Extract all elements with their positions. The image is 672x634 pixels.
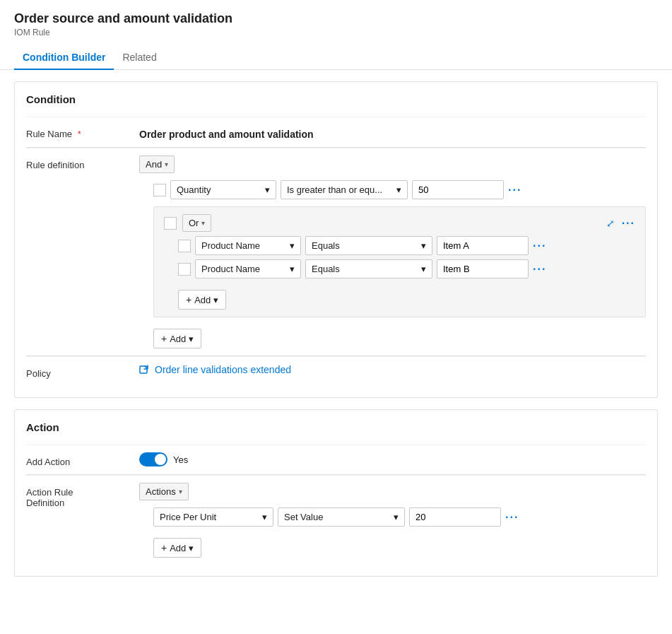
action-section-title: Action [26,421,646,433]
tab-condition-builder[interactable]: Condition Builder [14,46,114,70]
price-per-unit-value-input[interactable] [409,507,501,527]
action-section: Action Add Action Yes Action Rule Defini… [14,409,658,577]
price-per-unit-operator-chevron-icon: ▾ [394,512,399,522]
action-rule-def-row: Action Rule Definition Actions ▾ Price P… [26,475,646,565]
product-name-2-chevron-icon: ▾ [290,264,295,274]
and-chevron-icon: ▾ [165,160,168,168]
or-chevron-icon: ▾ [201,219,205,227]
price-per-unit-operator-dropdown[interactable]: Set Value ▾ [278,507,405,527]
product-name-row-2: Product Name ▾ Equals ▾ ··· [178,259,635,278]
rule-name-row: Rule Name * Order product and amount val… [26,117,646,147]
or-group-collapse-icon[interactable]: ⤢ [606,218,615,229]
actions-operator-dropdown[interactable]: Actions ▾ [139,483,189,500]
add-action-row: Add Action Yes [26,445,646,474]
quantity-operator-dropdown[interactable]: Is greater than or equ... ▾ [281,180,408,199]
price-per-unit-field-dropdown[interactable]: Price Per Unit ▾ [153,507,273,527]
quantity-operator-chevron-icon: ▾ [396,184,401,195]
policy-link-icon [139,364,151,375]
product-name-1-operator-dropdown[interactable]: Equals ▾ [305,236,432,255]
add-action-toggle-container: Yes [139,452,646,466]
policy-label: Policy [26,364,139,379]
product-name-1-field-dropdown[interactable]: Product Name ▾ [195,236,301,255]
product-name-2-more-options[interactable]: ··· [533,263,546,276]
product-name-2-field-dropdown[interactable]: Product Name ▾ [195,259,301,278]
or-operator-dropdown[interactable]: Or ▾ [182,214,211,232]
product-name-1-chevron-icon: ▾ [290,240,295,251]
tabs-bar: Condition Builder Related [0,46,672,70]
product-name-2-value-input[interactable] [437,259,529,278]
product-name-1-value-input[interactable] [437,236,529,255]
product-name-1-checkbox[interactable] [178,240,191,252]
policy-row: Policy Order line validations extended [26,356,646,386]
condition-add-chevron-icon: ▾ [189,334,194,344]
quantity-condition-row: Quantity ▾ Is greater than or equ... ▾ ·… [153,180,646,199]
and-operator-dropdown[interactable]: And ▾ [139,155,175,173]
required-indicator: * [78,129,81,139]
product-name-2-operator-chevron-icon: ▾ [421,264,426,274]
add-action-toggle-label: Yes [173,454,188,465]
quantity-checkbox[interactable] [153,184,166,196]
policy-value: Order line validations extended [139,364,646,377]
action-rule-def-value: Actions ▾ Price Per Unit ▾ Set Value ▾ ·… [139,483,646,558]
or-group-header: Or ▾ ⤢ ··· [164,214,635,232]
rule-definition-label: Rule definition [26,155,139,170]
price-per-unit-more-options[interactable]: ··· [505,511,519,524]
tab-related[interactable]: Related [114,46,165,70]
actions-chevron-icon: ▾ [179,488,182,495]
action-add-button[interactable]: + Add ▾ [153,538,201,558]
action-add-chevron-icon: ▾ [189,543,194,553]
or-group-header-left: Or ▾ [164,214,211,232]
quantity-more-options[interactable]: ··· [508,184,521,196]
policy-link[interactable]: Order line validations extended [139,364,291,375]
or-group-add-button[interactable]: + Add ▾ [178,290,226,310]
product-name-2-operator-dropdown[interactable]: Equals ▾ [305,259,432,278]
condition-section: Condition Rule Name * Order product and … [14,81,658,398]
add-action-value: Yes [139,452,646,466]
quantity-field-chevron-icon: ▾ [265,184,270,195]
rule-name-value: Order product and amount validation [139,124,646,140]
condition-section-title: Condition [26,93,646,105]
rule-definition-row: Rule definition And ▾ Quantity ▾ Is grea… [26,148,646,356]
condition-add-button[interactable]: + Add ▾ [153,329,201,348]
rule-definition-value: And ▾ Quantity ▾ Is greater than or equ.… [139,155,646,348]
product-name-row-1: Product Name ▾ Equals ▾ ··· [178,236,635,255]
condition-add-plus-icon: + [161,333,167,344]
action-add-plus-icon: + [161,542,167,553]
page-subtitle: IOM Rule [14,28,658,37]
or-group-more-options[interactable]: ··· [622,217,635,230]
action-rule-def-label: Action Rule Definition [26,483,139,508]
or-group-add-chevron-icon: ▾ [213,295,218,305]
price-per-unit-chevron-icon: ▾ [262,512,267,522]
price-per-unit-row: Price Per Unit ▾ Set Value ▾ ··· [153,507,646,527]
page-title: Order source and amount validation [14,11,658,26]
or-group-add-plus-icon: + [186,294,191,305]
add-action-toggle[interactable] [139,452,167,466]
rule-name-label: Rule Name * [26,124,139,139]
add-action-label: Add Action [26,452,139,467]
or-group: Or ▾ ⤢ ··· Product Name [153,206,646,317]
or-group-checkbox[interactable] [164,217,177,230]
quantity-field-dropdown[interactable]: Quantity ▾ [170,180,276,199]
product-name-1-more-options[interactable]: ··· [533,240,546,252]
product-name-2-checkbox[interactable] [178,263,191,276]
product-name-1-operator-chevron-icon: ▾ [421,240,426,251]
quantity-value-input[interactable] [412,180,504,199]
